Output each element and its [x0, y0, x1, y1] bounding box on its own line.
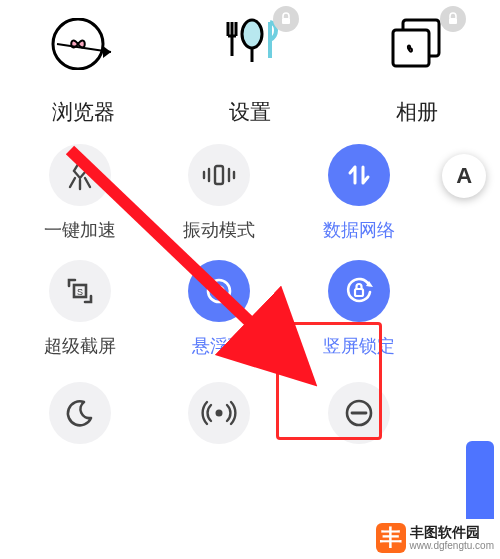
tile-label: 振动模式 — [183, 218, 255, 242]
svg-point-12 — [208, 280, 230, 302]
watermark-title: 丰图软件园 — [410, 525, 495, 540]
quick-tiles-row-1: 一键加速 振动模式 数据网络 A — [0, 144, 500, 242]
app-label: 相册 — [396, 98, 438, 126]
quick-tiles-row-3 — [0, 382, 500, 444]
font-size-column: A — [439, 144, 489, 198]
watermark-url: www.dgfengtu.com — [410, 540, 495, 551]
svg-rect-6 — [449, 18, 457, 24]
vibrate-icon — [188, 144, 250, 206]
tile-boost[interactable]: 一键加速 — [21, 144, 139, 242]
svg-point-16 — [216, 410, 223, 417]
app-gallery[interactable]: 相册 — [342, 12, 492, 126]
tile-orientation-lock[interactable]: 竖屏锁定 — [300, 260, 418, 358]
font-size-label: A — [456, 163, 472, 189]
tile-float-ball[interactable]: 悬浮球 — [160, 260, 278, 358]
font-size-button[interactable]: A — [442, 154, 486, 198]
rocket-icon — [49, 144, 111, 206]
tile-super-screenshot[interactable]: S 超级截屏 — [21, 260, 139, 358]
app-settings[interactable]: 设置 — [175, 12, 325, 126]
photos-icon — [385, 12, 449, 76]
svg-marker-2 — [103, 46, 111, 58]
target-icon — [188, 260, 250, 322]
svg-rect-9 — [215, 166, 223, 184]
svg-text:S: S — [77, 287, 83, 297]
dnd-icon — [328, 382, 390, 444]
tile-label: 竖屏锁定 — [323, 334, 395, 358]
screenshot-icon: S — [49, 260, 111, 322]
svg-rect-15 — [355, 289, 363, 296]
svg-point-13 — [215, 287, 224, 296]
watermark: 丰 丰图软件园 www.dgfengtu.com — [376, 523, 495, 553]
orientation-lock-icon — [328, 260, 390, 322]
svg-rect-3 — [282, 18, 290, 24]
tile-hotspot[interactable] — [160, 382, 278, 444]
tile-label: 超级截屏 — [44, 334, 116, 358]
tile-label: 悬浮球 — [192, 334, 246, 358]
data-arrows-icon — [328, 144, 390, 206]
app-label: 设置 — [229, 98, 271, 126]
app-label: 浏览器 — [52, 98, 115, 126]
apps-row: 浏览器 设置 相册 — [0, 0, 500, 126]
tile-night-mode[interactable] — [21, 382, 139, 444]
tile-vibrate[interactable]: 振动模式 — [160, 144, 278, 242]
moon-icon — [49, 382, 111, 444]
watermark-logo: 丰 — [376, 523, 406, 553]
tile-mobile-data[interactable]: 数据网络 — [300, 144, 418, 242]
broadcast-icon — [188, 382, 250, 444]
scroll-indicator — [466, 441, 494, 519]
app-browser[interactable]: 浏览器 — [8, 12, 158, 126]
lock-icon — [440, 6, 466, 32]
tile-do-not-disturb[interactable] — [300, 382, 418, 444]
svg-point-4 — [242, 20, 262, 48]
quick-tiles-row-2: S 超级截屏 悬浮球 竖屏锁定 — [0, 260, 500, 358]
tile-label: 数据网络 — [323, 218, 395, 242]
browser-icon — [51, 12, 115, 76]
tile-label: 一键加速 — [44, 218, 116, 242]
lock-icon — [273, 6, 299, 32]
